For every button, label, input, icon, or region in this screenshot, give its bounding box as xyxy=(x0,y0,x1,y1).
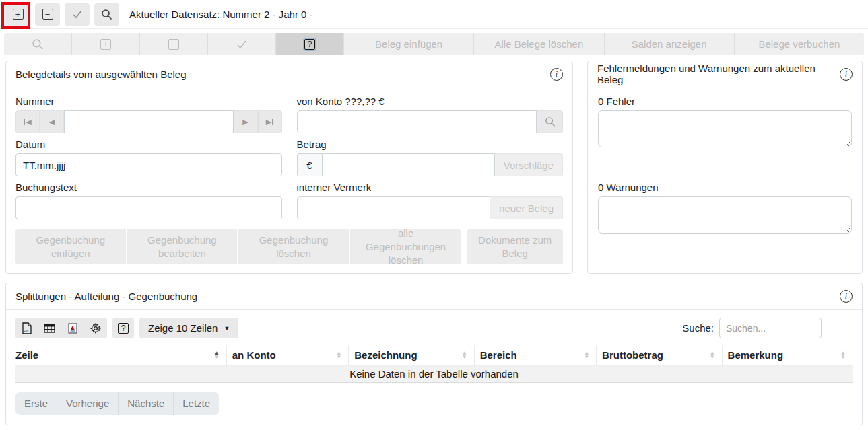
boxed-plus-icon: + xyxy=(13,9,24,20)
pdf-export-button[interactable] xyxy=(61,318,84,338)
buchungstext-row xyxy=(15,196,282,219)
nummer-input[interactable] xyxy=(64,110,234,133)
next-record-button[interactable]: ▶ xyxy=(234,110,258,133)
skip-first-icon: ◀ xyxy=(24,118,31,127)
pagination-last-button[interactable]: Letzte xyxy=(174,392,219,415)
search-beleg-button[interactable] xyxy=(4,33,72,55)
pagination-first-button[interactable]: Erste xyxy=(15,392,57,415)
gegenbuchung-einfuegen-button[interactable]: Gegenbuchung einfügen xyxy=(15,229,127,264)
nummer-label: Nummer xyxy=(15,96,282,107)
previous-record-button[interactable]: ◀ xyxy=(40,110,64,133)
arrow-left-icon: ◀ xyxy=(49,118,55,127)
table-header-row: Zeile ▲▼ an Konto ▲▼ Bezeichnung ▲▼ Bere… xyxy=(15,345,853,366)
fehler-textarea[interactable] xyxy=(598,110,852,147)
belege-verbuchen-button[interactable]: Belege verbuchen xyxy=(735,33,864,55)
boxed-question-icon: ? xyxy=(118,323,129,334)
beleg-einfuegen-button[interactable]: Beleg einfügen xyxy=(344,33,474,55)
pagination-next-button[interactable]: Nächste xyxy=(119,392,174,415)
alle-gegenbuchungen-loeschen-button[interactable]: alle Gegenbuchungen löschen xyxy=(350,229,462,264)
search-record-button[interactable] xyxy=(94,3,119,26)
csv-file-icon: csv xyxy=(22,322,32,334)
table-search-input[interactable] xyxy=(719,318,822,338)
suche-label: Suche: xyxy=(682,322,714,334)
app-root: + − Aktueller Datensatz: Nummer 2 - Jahr… xyxy=(0,0,868,430)
splittungen-table: Zeile ▲▼ an Konto ▲▼ Bezeichnung ▲▼ Bere… xyxy=(15,345,853,383)
neuer-beleg-button[interactable]: neuer Beleg xyxy=(490,196,563,219)
splittungen-body: csv xyxy=(6,310,862,415)
export-button-group: csv xyxy=(15,318,107,338)
search-icon xyxy=(101,9,112,20)
search-icon xyxy=(545,116,556,127)
datum-row xyxy=(15,153,282,176)
add-record-button[interactable]: + xyxy=(5,3,30,26)
main-panels: Belegdetails vom ausgewählten Beleg i Nu… xyxy=(5,61,863,274)
buchungstext-input[interactable] xyxy=(15,196,282,219)
boxed-plus-icon: + xyxy=(100,39,111,50)
beleg-right-column: von Konto ???,?? € Betrag € xyxy=(297,93,564,219)
pagination-previous-button[interactable]: Vorherige xyxy=(57,392,119,415)
von-konto-label: von Konto ???,?? € xyxy=(297,96,564,107)
arrow-right-icon: ▶ xyxy=(242,118,248,127)
remove-beleg-button[interactable]: − xyxy=(140,33,208,55)
help-button[interactable]: ? xyxy=(276,33,344,55)
svg-text:csv: csv xyxy=(24,328,29,332)
confirm-beleg-button[interactable] xyxy=(208,33,276,55)
info-icon[interactable]: i xyxy=(550,68,563,81)
interner-vermerk-input[interactable] xyxy=(297,196,491,219)
first-record-button[interactable]: ◀ xyxy=(15,110,40,133)
column-header-bereich[interactable]: Bereich ▲▼ xyxy=(474,345,596,366)
column-header-bezeichnung[interactable]: Bezeichnung ▲▼ xyxy=(349,345,474,366)
von-konto-input[interactable] xyxy=(297,110,537,133)
vermerk-group: neuer Beleg xyxy=(297,196,564,219)
gegenbuchung-loeschen-button[interactable]: Gegenbuchung löschen xyxy=(238,229,350,264)
betrag-label: Betrag xyxy=(297,139,564,150)
panel-title: Belegdetails vom ausgewählten Beleg xyxy=(15,69,187,80)
splittungen-panel: Splittungen - Aufteilung - Gegenbuchung … xyxy=(5,283,863,425)
column-header-an-konto[interactable]: an Konto ▲▼ xyxy=(226,345,348,366)
belegdetails-header: Belegdetails vom ausgewählten Beleg i xyxy=(6,61,572,87)
von-konto-group xyxy=(297,110,564,133)
warnungen-textarea[interactable] xyxy=(598,196,852,234)
confirm-record-button[interactable] xyxy=(65,3,90,26)
info-icon[interactable]: i xyxy=(840,68,853,81)
table-export-button[interactable] xyxy=(38,318,61,338)
boxed-minus-icon: − xyxy=(42,9,53,20)
column-header-bemerkung[interactable]: Bemerkung ▲▼ xyxy=(722,345,853,366)
add-beleg-button[interactable]: + xyxy=(72,33,140,55)
record-toolbar: + − Aktueller Datensatz: Nummer 2 - Jahr… xyxy=(0,0,868,29)
nummer-group: ◀ ◀ ▶ ▶ xyxy=(15,110,282,133)
table-help-button[interactable]: ? xyxy=(112,318,134,338)
fehlermeldungen-body: 0 Fehler 0 Warnungen xyxy=(588,87,862,241)
betrag-input[interactable] xyxy=(322,153,495,176)
settings-button[interactable] xyxy=(84,318,107,338)
column-header-bruttobetrag[interactable]: Bruttobetrag ▲▼ xyxy=(597,345,722,366)
dokumente-zum-beleg-button[interactable]: Dokumente zum Beleg xyxy=(467,229,563,264)
belegdetails-body: Nummer ◀ ◀ ▶ xyxy=(6,87,572,264)
sort-icon: ▲▼ xyxy=(462,351,467,359)
alle-belege-loeschen-button[interactable]: Alle Belege löschen xyxy=(474,33,604,55)
vorschlaege-button[interactable]: Vorschläge xyxy=(495,153,563,176)
konto-search-button[interactable] xyxy=(537,110,563,133)
boxed-minus-icon: − xyxy=(168,39,179,50)
gegenbuchung-button-row: Gegenbuchung einfügen Gegenbuchung bearb… xyxy=(15,229,563,264)
datum-label: Datum xyxy=(15,139,282,150)
sort-icon: ▲▼ xyxy=(336,351,341,359)
page-length-dropdown[interactable]: Zeige 10 Zeilen ▼ xyxy=(139,318,238,338)
info-icon[interactable]: i xyxy=(840,290,853,303)
last-record-button[interactable]: ▶ xyxy=(258,110,282,133)
splittungen-header: Splittungen - Aufteilung - Gegenbuchung … xyxy=(6,283,862,310)
gegenbuchung-bearbeiten-button[interactable]: Gegenbuchung bearbeiten xyxy=(127,229,239,264)
column-header-zeile[interactable]: Zeile ▲▼ xyxy=(15,345,226,366)
datum-input[interactable] xyxy=(15,153,282,176)
boxed-question-icon: ? xyxy=(304,39,315,50)
search-icon xyxy=(32,38,44,50)
buchungstext-label: Buchungstext xyxy=(15,182,282,193)
skip-last-icon: ▶ xyxy=(266,118,273,127)
panel-title: Fehlermeldungen und Warnungen zum aktuel… xyxy=(597,63,840,85)
sort-icon: ▲▼ xyxy=(214,351,220,359)
warnungen-count-label: 0 Warnungen xyxy=(598,182,852,193)
fehler-count-label: 0 Fehler xyxy=(598,96,852,107)
csv-export-button[interactable]: csv xyxy=(15,318,38,338)
salden-anzeigen-button[interactable]: Salden anzeigen xyxy=(605,33,735,55)
remove-record-button[interactable]: − xyxy=(35,3,60,26)
